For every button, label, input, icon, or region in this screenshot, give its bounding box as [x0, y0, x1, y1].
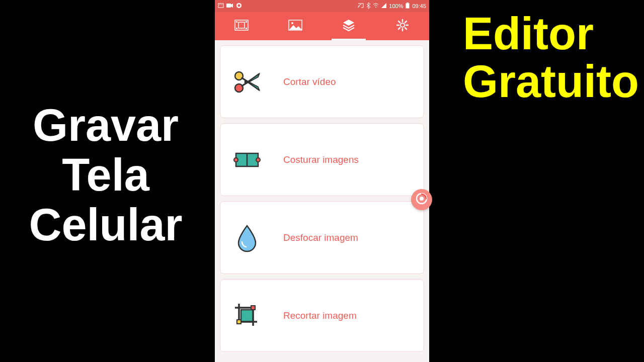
svg-rect-11 — [236, 28, 237, 29]
svg-rect-25 — [241, 310, 253, 322]
right-caption-line: Editor — [463, 10, 639, 58]
svg-rect-26 — [237, 320, 241, 324]
camera-notification-icon — [226, 3, 233, 10]
svg-rect-8 — [406, 3, 410, 8]
svg-point-5 — [238, 4, 240, 7]
svg-point-23 — [234, 158, 238, 162]
tool-crop-image[interactable]: Recortar imagem — [220, 279, 424, 352]
battery-text: 100% — [389, 3, 403, 9]
crop-icon — [230, 299, 263, 332]
tools-list: Cortar vídeo Costurar imagens Desfoc — [215, 40, 429, 362]
svg-rect-13 — [246, 28, 247, 29]
svg-rect-27 — [251, 306, 255, 310]
status-bar: 100% 09:45 — [215, 0, 429, 12]
battery-icon — [406, 3, 410, 10]
phone-frame: 100% 09:45 — [215, 0, 429, 362]
tool-label: Recortar imagem — [283, 310, 357, 321]
svg-rect-10 — [236, 21, 237, 23]
svg-point-20 — [244, 80, 247, 83]
svg-point-19 — [235, 84, 243, 92]
scissors-icon — [230, 65, 263, 98]
tab-video[interactable] — [215, 12, 269, 40]
svg-rect-2 — [221, 5, 222, 5]
clock-text: 09:45 — [412, 3, 426, 9]
svg-point-17 — [400, 23, 405, 27]
gear-icon — [396, 19, 409, 34]
tab-bar — [215, 12, 429, 40]
svg-point-16 — [291, 22, 293, 24]
record-notification-icon — [236, 3, 243, 10]
signal-icon — [381, 3, 386, 10]
bluetooth-icon — [366, 3, 370, 10]
left-caption-line: Tela — [20, 150, 191, 200]
tool-stitch-images[interactable]: Costurar imagens — [220, 123, 424, 196]
svg-point-29 — [420, 197, 424, 201]
right-caption-line: Gratuito — [463, 58, 639, 106]
left-caption-line: Gravar — [20, 101, 191, 150]
tool-cut-video[interactable]: Cortar vídeo — [220, 45, 424, 118]
tool-label: Cortar vídeo — [283, 76, 336, 87]
image-icon — [288, 20, 302, 33]
left-caption: Gravar Tela Celular — [20, 101, 191, 250]
tab-settings[interactable] — [376, 12, 430, 40]
cast-icon — [358, 3, 364, 10]
tab-image[interactable] — [269, 12, 323, 40]
svg-rect-3 — [226, 4, 231, 8]
layers-icon — [342, 19, 355, 34]
svg-point-18 — [235, 72, 243, 80]
droplet-icon — [230, 221, 263, 254]
record-icon — [415, 192, 428, 207]
film-strip-icon — [234, 20, 249, 33]
right-caption: Editor Gratuito — [463, 10, 639, 105]
stitch-icon — [230, 143, 263, 176]
left-caption-line: Celular — [20, 200, 191, 250]
tool-label: Desfocar imagem — [283, 232, 358, 243]
status-left-icons — [218, 3, 243, 10]
svg-rect-14 — [238, 22, 245, 28]
svg-rect-7 — [407, 3, 409, 4]
tool-blur-image[interactable]: Desfocar imagem — [220, 201, 424, 274]
notification-icon — [218, 3, 224, 10]
svg-rect-12 — [246, 21, 247, 23]
svg-point-6 — [375, 7, 376, 8]
svg-rect-0 — [218, 4, 223, 8]
wifi-icon — [373, 3, 379, 10]
svg-point-24 — [256, 158, 260, 162]
tab-tools[interactable] — [322, 12, 376, 40]
status-right-icons: 100% 09:45 — [358, 3, 426, 10]
tool-label: Costurar imagens — [283, 154, 359, 165]
svg-rect-1 — [219, 5, 220, 5]
record-fab[interactable] — [411, 189, 432, 210]
